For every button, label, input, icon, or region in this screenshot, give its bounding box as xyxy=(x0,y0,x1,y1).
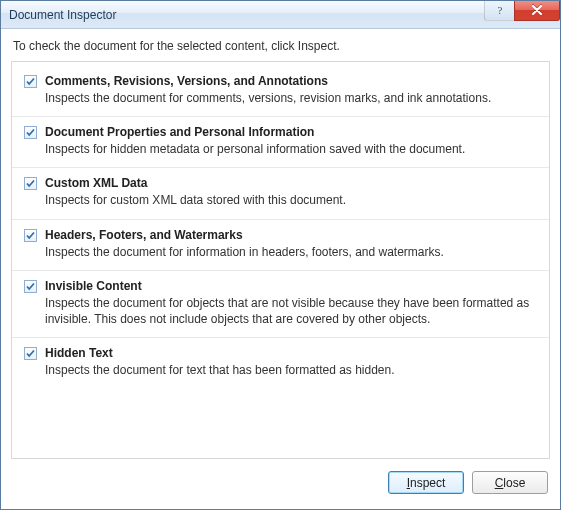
option-text: Custom XML DataInspects for custom XML d… xyxy=(45,176,537,208)
option-text: Headers, Footers, and WatermarksInspects… xyxy=(45,228,537,260)
option-title: Headers, Footers, and Watermarks xyxy=(45,228,537,242)
svg-text:?: ? xyxy=(497,4,502,16)
option-row: Hidden TextInspects the document for tex… xyxy=(12,338,549,388)
close-icon xyxy=(531,5,543,15)
option-row: Document Properties and Personal Informa… xyxy=(12,117,549,168)
option-checkbox[interactable] xyxy=(24,126,37,139)
option-description: Inspects the document for objects that a… xyxy=(45,295,537,327)
option-title: Hidden Text xyxy=(45,346,537,360)
option-row: Custom XML DataInspects for custom XML d… xyxy=(12,168,549,219)
option-checkbox[interactable] xyxy=(24,75,37,88)
option-description: Inspects for custom XML data stored with… xyxy=(45,192,537,208)
check-icon xyxy=(25,281,36,292)
window-title: Document Inspector xyxy=(9,8,484,22)
instruction-text: To check the document for the selected c… xyxy=(1,29,560,61)
option-row: Comments, Revisions, Versions, and Annot… xyxy=(12,66,549,117)
window-close-button[interactable] xyxy=(514,1,560,21)
option-title: Comments, Revisions, Versions, and Annot… xyxy=(45,74,537,88)
help-icon: ? xyxy=(495,4,505,16)
check-icon xyxy=(25,230,36,241)
option-text: Invisible ContentInspects the document f… xyxy=(45,279,537,327)
inspect-button[interactable]: Inspect xyxy=(388,471,464,494)
option-checkbox[interactable] xyxy=(24,280,37,293)
titlebar[interactable]: Document Inspector ? xyxy=(1,1,560,29)
option-text: Hidden TextInspects the document for tex… xyxy=(45,346,537,378)
option-text: Document Properties and Personal Informa… xyxy=(45,125,537,157)
option-title: Document Properties and Personal Informa… xyxy=(45,125,537,139)
check-icon xyxy=(25,348,36,359)
option-description: Inspects the document for information in… xyxy=(45,244,537,260)
option-checkbox[interactable] xyxy=(24,177,37,190)
options-panel: Comments, Revisions, Versions, and Annot… xyxy=(11,61,550,459)
option-row: Headers, Footers, and WatermarksInspects… xyxy=(12,220,549,271)
option-checkbox[interactable] xyxy=(24,347,37,360)
option-title: Invisible Content xyxy=(45,279,537,293)
check-icon xyxy=(25,127,36,138)
check-icon xyxy=(25,76,36,87)
option-description: Inspects for hidden metadata or personal… xyxy=(45,141,537,157)
option-title: Custom XML Data xyxy=(45,176,537,190)
dialog-buttons: Inspect Close xyxy=(1,459,560,494)
option-row: Invisible ContentInspects the document f… xyxy=(12,271,549,338)
option-checkbox[interactable] xyxy=(24,229,37,242)
option-description: Inspects the document for comments, vers… xyxy=(45,90,537,106)
titlebar-buttons: ? xyxy=(484,1,560,21)
option-text: Comments, Revisions, Versions, and Annot… xyxy=(45,74,537,106)
help-button[interactable]: ? xyxy=(484,1,514,21)
close-button[interactable]: Close xyxy=(472,471,548,494)
check-icon xyxy=(25,178,36,189)
option-description: Inspects the document for text that has … xyxy=(45,362,537,378)
